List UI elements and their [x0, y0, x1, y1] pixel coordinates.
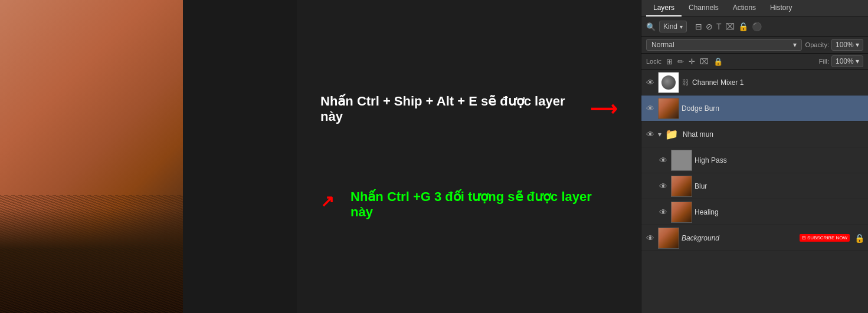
- eye-icon-blur[interactable]: 👁: [658, 182, 669, 191]
- kind-label: Kind: [663, 22, 677, 31]
- layer-item-channel-mixer[interactable]: 👁 ⛓ Channel Mixer 1: [641, 70, 868, 95]
- subscribe-badge: ⊟ SUBSCRIBE NOW: [800, 234, 850, 242]
- layer-item-high-pass[interactable]: 👁 High Pass: [641, 147, 868, 173]
- tab-history[interactable]: History: [763, 0, 799, 17]
- annotation-label-2: Nhấn Ctrl +G 3 đối tượng sẽ được layer n…: [351, 189, 617, 220]
- arrow-right-1: ⟶: [590, 98, 617, 120]
- layers-list: 👁 ⛓ Channel Mixer 1 👁 Dodge Burn 👁 ▾ 📁 N…: [641, 70, 868, 313]
- canvas-area: [0, 0, 297, 313]
- folder-icon-nhat-mun: 📁: [665, 128, 678, 141]
- kind-chevron-icon: ▾: [680, 24, 683, 30]
- layer-name-healing: Healing: [695, 208, 864, 216]
- tab-layers[interactable]: Layers: [646, 0, 682, 17]
- arrow-up-2: ↗: [320, 192, 334, 211]
- layer-name-background: Background: [682, 234, 797, 242]
- opacity-input[interactable]: 100% ▾: [831, 39, 863, 51]
- blend-mode-dropdown[interactable]: Normal ▾: [646, 39, 802, 51]
- layer-thumb-channel-mixer: [658, 72, 679, 93]
- chain-icon-channel-mixer: ⛓: [682, 78, 690, 87]
- eye-icon-nhat-mun[interactable]: 👁: [645, 130, 656, 139]
- eye-icon-healing[interactable]: 👁: [658, 207, 669, 217]
- layer-item-dodge-burn[interactable]: 👁 Dodge Burn: [641, 95, 868, 121]
- lock-all-icon[interactable]: 🔒: [713, 57, 723, 66]
- tab-channels[interactable]: Channels: [682, 0, 726, 17]
- filter-type-icon[interactable]: T: [716, 22, 722, 31]
- search-bar: 🔍 Kind ▾ ⊟ ⊘ T ⌧ 🔒 ⚫: [641, 17, 868, 37]
- lock-artboard-icon[interactable]: ⌧: [700, 57, 709, 66]
- layer-item-healing[interactable]: 👁 Healing: [641, 199, 868, 225]
- hair-overlay: [0, 195, 183, 313]
- filter-adjustment-icon[interactable]: ⊘: [706, 22, 713, 31]
- search-magnifier-icon: 🔍: [646, 22, 656, 31]
- fill-chevron: ▾: [856, 57, 859, 65]
- layer-thumb-background: [658, 228, 679, 249]
- opacity-value: 100%: [836, 41, 854, 49]
- lock-label: Lock:: [646, 58, 661, 65]
- fill-input[interactable]: 100% ▾: [831, 55, 863, 67]
- opacity-label: Opacity:: [805, 41, 829, 48]
- layer-thumb-dodge-burn: [658, 98, 679, 119]
- eye-icon-high-pass[interactable]: 👁: [658, 156, 669, 165]
- lock-icons-group: ⊞ ✏ ✛ ⌧ 🔒: [666, 57, 723, 66]
- text-overlay-area: Nhấn Ctrl + Ship + Alt + E sẽ được layer…: [297, 0, 641, 313]
- group-header-nhat-mun[interactable]: 👁 ▾ 📁 Nhat mun: [641, 121, 868, 147]
- fill-value: 100%: [836, 57, 854, 65]
- layer-item-blur[interactable]: 👁 Blur: [641, 173, 868, 199]
- lock-position-icon[interactable]: ✛: [689, 57, 695, 66]
- layer-thumb-blur: [671, 176, 692, 197]
- group-arrow-nhat-mun: ▾: [658, 130, 661, 139]
- group-name-nhat-mun: Nhat mun: [683, 130, 864, 139]
- eye-icon-dodge-burn[interactable]: 👁: [645, 104, 656, 113]
- fill-section: Fill: 100% ▾: [819, 55, 863, 67]
- layer-thumb-high-pass: [671, 150, 692, 171]
- fill-label: Fill:: [819, 58, 829, 65]
- layer-name-dodge-burn: Dodge Burn: [682, 104, 864, 113]
- layers-panel: Layers Channels Actions History 🔍 Kind ▾…: [641, 0, 868, 313]
- layer-name-blur: Blur: [695, 182, 864, 190]
- annotation-label-1: Nhấn Ctrl + Ship + Alt + E sẽ được layer…: [320, 94, 578, 124]
- blend-mode-row: Normal ▾ Opacity: 100% ▾: [641, 37, 868, 54]
- filter-dot-icon[interactable]: ⚫: [752, 22, 762, 31]
- blend-chevron-icon: ▾: [793, 41, 797, 49]
- filter-pixel-icon[interactable]: ⊟: [695, 22, 702, 31]
- search-filter-icons: ⊟ ⊘ T ⌧ 🔒 ⚫: [695, 22, 762, 31]
- lock-paint-icon[interactable]: ✏: [677, 57, 684, 66]
- panel-tabs: Layers Channels Actions History: [641, 0, 868, 17]
- filter-smart-icon[interactable]: 🔒: [738, 22, 748, 31]
- filter-shape-icon[interactable]: ⌧: [725, 22, 735, 31]
- layer-thumb-healing: [671, 202, 692, 223]
- kind-dropdown[interactable]: Kind ▾: [659, 21, 687, 32]
- annotation-text-2: ↗ Nhấn Ctrl +G 3 đối tượng sẽ được layer…: [320, 189, 617, 220]
- lock-pixels-icon[interactable]: ⊞: [666, 57, 673, 66]
- lock-bg-icon: 🔒: [854, 233, 864, 243]
- lock-row: Lock: ⊞ ✏ ✛ ⌧ 🔒 Fill: 100% ▾: [641, 54, 868, 70]
- layer-name-high-pass: High Pass: [695, 156, 864, 164]
- layer-item-background[interactable]: 👁 Background ⊟ SUBSCRIBE NOW 🔒: [641, 225, 868, 251]
- opacity-section: Opacity: 100% ▾: [805, 39, 863, 51]
- opacity-chevron: ▾: [856, 41, 859, 49]
- tab-actions[interactable]: Actions: [726, 0, 763, 17]
- layer-name-channel-mixer: Channel Mixer 1: [692, 78, 864, 87]
- eye-icon-background[interactable]: 👁: [645, 233, 656, 243]
- annotation-text-1: Nhấn Ctrl + Ship + Alt + E sẽ được layer…: [320, 94, 617, 124]
- eye-icon-channel-mixer[interactable]: 👁: [645, 78, 656, 87]
- blend-mode-value: Normal: [651, 41, 674, 49]
